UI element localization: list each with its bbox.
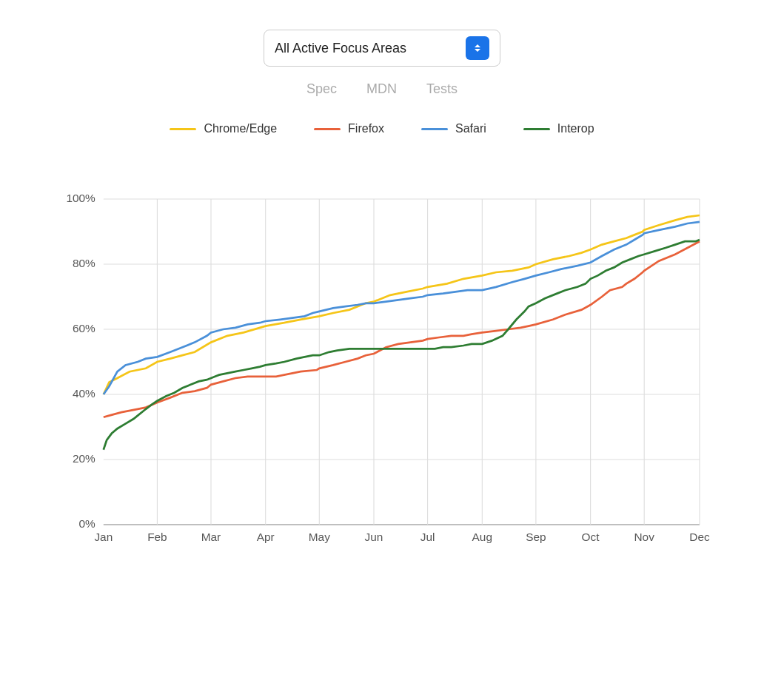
x-label-apr: Apr — [257, 531, 275, 543]
chart-svg: 100% 80% 60% 40% 20% 0% Jan Feb Mar Apr … — [56, 150, 708, 573]
legend-safari: Safari — [421, 122, 486, 135]
tab-spec[interactable]: Spec — [306, 81, 337, 100]
interop-line — [104, 240, 700, 450]
dropdown-chevron-button[interactable] — [466, 36, 489, 60]
y-label-40: 40% — [73, 387, 96, 400]
x-label-oct: Oct — [582, 531, 600, 543]
legend-interop: Interop — [523, 122, 594, 135]
legend-interop-label: Interop — [557, 122, 594, 135]
legend-chrome-edge: Chrome/Edge — [170, 122, 277, 135]
x-label-mar: Mar — [201, 531, 221, 543]
safari-line — [104, 222, 700, 394]
chevron-updown-icon — [472, 42, 483, 54]
x-label-jul: Jul — [420, 531, 435, 543]
x-label-nov: Nov — [634, 531, 655, 543]
y-label-0: 0% — [79, 517, 96, 530]
main-chart: 100% 80% 60% 40% 20% 0% Jan Feb Mar Apr … — [56, 150, 708, 576]
y-label-20: 20% — [73, 452, 96, 465]
x-label-sep: Sep — [526, 531, 546, 543]
x-label-dec: Dec — [689, 531, 710, 543]
tab-navigation: Spec MDN Tests — [306, 81, 458, 100]
y-label-60: 60% — [73, 322, 96, 334]
tab-tests[interactable]: Tests — [426, 81, 458, 100]
x-label-feb: Feb — [147, 531, 167, 543]
legend-safari-line — [421, 128, 448, 130]
legend-interop-line — [523, 128, 550, 130]
x-label-may: May — [309, 531, 330, 543]
y-label-100: 100% — [66, 192, 96, 204]
x-label-aug: Aug — [472, 531, 492, 543]
chart-legend: Chrome/Edge Firefox Safari Interop — [170, 122, 594, 135]
legend-firefox: Firefox — [314, 122, 384, 135]
legend-chrome-edge-label: Chrome/Edge — [204, 122, 277, 135]
focus-area-select[interactable]: All Active Focus Areas — [264, 30, 500, 67]
legend-firefox-line — [314, 128, 341, 130]
focus-area-select-label: All Active Focus Areas — [275, 41, 458, 56]
x-label-jun: Jun — [365, 531, 383, 543]
y-label-80: 80% — [73, 257, 96, 269]
legend-safari-label: Safari — [455, 122, 486, 135]
focus-area-dropdown-container: All Active Focus Areas — [264, 30, 500, 67]
legend-chrome-edge-line — [170, 128, 196, 130]
tab-mdn[interactable]: MDN — [366, 81, 397, 100]
legend-firefox-label: Firefox — [348, 122, 384, 135]
x-label-jan: Jan — [94, 531, 113, 543]
chrome-edge-line — [104, 215, 700, 394]
